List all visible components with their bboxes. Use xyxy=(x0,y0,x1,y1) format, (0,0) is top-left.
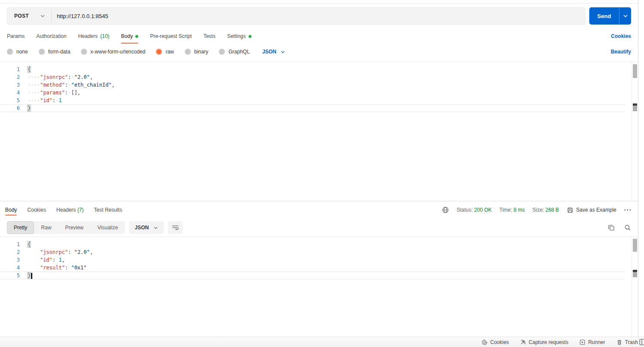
cookie-icon xyxy=(482,339,488,345)
code-line[interactable]: 5} xyxy=(0,272,625,279)
statusbar-trash[interactable]: Trash xyxy=(616,339,638,345)
time-value: 8 ms xyxy=(513,207,525,213)
url-control: POST xyxy=(7,7,585,25)
top-strip xyxy=(0,0,638,3)
radio-icon xyxy=(219,49,225,55)
tab-response-body[interactable]: Body xyxy=(5,202,17,218)
response-meta: Status: 200 OK Time: 8 ms Size: 268 B xyxy=(442,206,631,213)
tab-test-results[interactable]: Test Results xyxy=(94,202,122,218)
save-as-example-button[interactable]: Save as Example xyxy=(567,207,616,213)
method-label: POST xyxy=(14,13,29,19)
more-options-icon[interactable] xyxy=(624,209,631,211)
tab-pre-request-script[interactable]: Pre-request Script xyxy=(150,30,192,43)
time-pair: Time: 8 ms xyxy=(499,207,525,213)
line-number: 5 xyxy=(0,272,20,279)
view-row-right xyxy=(608,224,631,231)
request-language-select[interactable]: JSON xyxy=(262,49,285,55)
code-text: } xyxy=(20,272,32,279)
tab-settings[interactable]: Settings xyxy=(227,30,251,43)
radio-selected-icon xyxy=(156,49,162,55)
radio-icon xyxy=(81,49,87,55)
code-line[interactable]: 4····"params":·[], xyxy=(0,89,625,97)
view-preview[interactable]: Preview xyxy=(58,221,90,234)
scrollbar-thumb[interactable] xyxy=(633,239,637,252)
mode-form-data[interactable]: form-data xyxy=(39,49,70,55)
code-line[interactable]: 2 "jsonrpc": "2.0", xyxy=(0,248,625,256)
code-text: { xyxy=(20,66,31,73)
code-text: { xyxy=(20,241,31,248)
code-line[interactable]: 3 "id": 1, xyxy=(0,256,625,264)
code-line[interactable]: 6} xyxy=(0,104,625,112)
beautify-link[interactable]: Beautify xyxy=(611,49,631,55)
radio-icon xyxy=(185,49,191,55)
tab-body[interactable]: Body xyxy=(121,30,138,43)
line-overview-mark xyxy=(633,106,637,111)
copy-response-icon[interactable] xyxy=(608,224,615,231)
editor-scrollbar[interactable] xyxy=(632,237,638,337)
send-button[interactable]: Send xyxy=(589,7,631,25)
mode-x-www-form-urlencoded[interactable]: x-www-form-urlencoded xyxy=(81,49,145,55)
method-dropdown[interactable]: POST xyxy=(7,8,51,24)
code-line[interactable]: 1{ xyxy=(0,66,625,73)
code-line[interactable]: 4 "result": "0x1" xyxy=(0,264,625,272)
mode-graphql[interactable]: GraphQL xyxy=(219,49,249,55)
chevron-down-icon xyxy=(40,14,45,18)
radio-icon xyxy=(7,49,13,55)
size-value: 268 B xyxy=(545,207,559,213)
tab-headers[interactable]: Headers (10) xyxy=(78,30,109,43)
cookies-link[interactable]: Cookies xyxy=(611,33,631,39)
trash-icon xyxy=(616,339,622,345)
tab-authorization[interactable]: Authorization xyxy=(36,30,66,43)
tab-response-cookies[interactable]: Cookies xyxy=(27,202,46,218)
line-overview-mark xyxy=(633,272,637,277)
statusbar-runner[interactable]: Runner xyxy=(579,339,605,345)
chevron-down-icon xyxy=(153,226,158,229)
code-line[interactable]: 1{ xyxy=(0,241,625,248)
line-number: 6 xyxy=(0,104,20,112)
response-view-row: Pretty Raw Preview Visualize JSON xyxy=(0,219,638,237)
status-bar: Cookies Capture requests Runner Trash xyxy=(0,337,644,347)
line-number: 5 xyxy=(0,97,20,104)
save-icon xyxy=(567,207,573,213)
editor-scrollbar[interactable] xyxy=(632,62,638,201)
view-pretty[interactable]: Pretty xyxy=(7,221,34,234)
response-headers-count: (7) xyxy=(77,207,84,213)
view-visualize[interactable]: Visualize xyxy=(90,221,125,234)
tab-tests[interactable]: Tests xyxy=(203,30,215,43)
line-number: 3 xyxy=(0,81,20,89)
url-row: POST Send xyxy=(7,7,631,25)
code-text: "jsonrpc": "2.0", xyxy=(20,248,93,256)
globe-icon xyxy=(442,206,449,213)
tab-response-headers[interactable]: Headers (7) xyxy=(56,202,84,218)
line-number: 4 xyxy=(0,89,20,97)
response-language-select[interactable]: JSON xyxy=(129,221,164,234)
code-line[interactable]: 2····"jsonrpc":·"2.0", xyxy=(0,73,625,81)
code-line[interactable]: 3····"method":·"eth_chainId", xyxy=(0,81,625,89)
response-tabs: Body Cookies Headers (7) Test Results St… xyxy=(0,201,638,219)
line-number: 1 xyxy=(0,241,20,248)
mode-binary[interactable]: binary xyxy=(185,49,208,55)
request-body-editor[interactable]: 1{2····"jsonrpc":·"2.0",3····"method":·"… xyxy=(0,62,638,201)
line-number: 2 xyxy=(0,248,20,256)
url-input[interactable] xyxy=(52,8,585,24)
send-options-caret[interactable] xyxy=(619,7,631,25)
search-response-icon[interactable] xyxy=(624,224,631,231)
wrap-lines-button[interactable] xyxy=(168,221,183,234)
tab-params[interactable]: Params xyxy=(7,30,25,43)
response-pane: Body Cookies Headers (7) Test Results St… xyxy=(0,201,638,337)
wrap-lines-icon xyxy=(172,225,179,231)
response-body-editor[interactable]: 1{2 "jsonrpc": "2.0",3 "id": 1,4 "result… xyxy=(0,237,638,337)
statusbar-cookies[interactable]: Cookies xyxy=(482,339,509,345)
statusbar-capture-requests[interactable]: Capture requests xyxy=(520,339,568,345)
code-text: } xyxy=(20,104,31,112)
radio-icon xyxy=(39,49,45,55)
headers-count: (10) xyxy=(100,33,109,39)
view-raw[interactable]: Raw xyxy=(34,221,58,234)
scrollbar-thumb[interactable] xyxy=(633,64,637,78)
body-mode-row: none form-data x-www-form-urlencoded raw… xyxy=(7,47,631,56)
status-value: 200 OK xyxy=(474,207,492,213)
code-line[interactable]: 5····"id":·1 xyxy=(0,97,625,104)
mode-none[interactable]: none xyxy=(7,49,28,55)
line-number: 3 xyxy=(0,256,20,264)
mode-raw[interactable]: raw xyxy=(156,49,174,55)
